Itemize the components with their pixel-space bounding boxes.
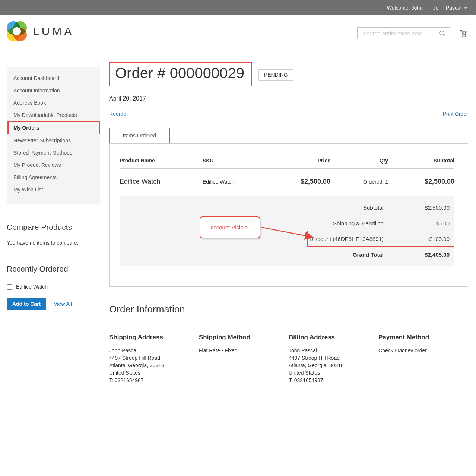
sidebar-item-account-information[interactable]: Account Information: [7, 85, 100, 97]
totals-row-subtotal: Subtotal $2,500.00: [120, 200, 450, 215]
shipping-method-value: Flat Rate - Fixed: [199, 347, 289, 354]
shipping-method-title: Shipping Method: [199, 334, 289, 341]
item-sku: Edifice Watch: [203, 178, 277, 185]
shipping-address-block: Shipping Address John Pascal 4497 Stroop…: [109, 334, 199, 384]
sidebar-item-newsletter-subscriptions[interactable]: Newsletter Subscriptions: [7, 134, 100, 147]
subtotal-value: $2,500.00: [384, 204, 450, 211]
totals-row-discount: Discount (46DP8HE13A8891) -$100.00: [120, 231, 450, 247]
cart-icon[interactable]: [458, 29, 468, 38]
add-to-cart-button[interactable]: Add to Cart: [7, 298, 46, 310]
shipping-address-title: Shipping Address: [109, 334, 199, 341]
discount-visible-callout: Discount Visible.: [200, 216, 260, 238]
left-column: Account Dashboard Account Information Ad…: [7, 67, 100, 310]
col-product-name: Product Name: [120, 158, 203, 164]
recently-ordered-title: Recently Ordered: [7, 264, 100, 273]
search-icon[interactable]: [439, 30, 446, 37]
recently-ordered-item-label: Edifice Watch: [16, 284, 48, 290]
order-totals: Discount Visible. Subtotal $2,500.00 Shi…: [120, 196, 454, 266]
reorder-link[interactable]: Reorder: [109, 111, 128, 117]
order-information-title: Order Information: [109, 304, 468, 321]
billing-city: Atlanta, Georgia, 30318: [289, 362, 378, 369]
totals-row-shipping: Shipping & Handling $5.00: [120, 215, 450, 231]
order-title-annotation-box: Order # 000000029: [109, 62, 252, 86]
order-information-section: Order Information Shipping Address John …: [109, 304, 468, 384]
account-navigation: Account Dashboard Account Information Ad…: [7, 67, 100, 204]
order-status-badge: PENDING: [258, 69, 293, 81]
billing-address-block: Billing Address John Pascal 4497 Stroop …: [289, 334, 378, 384]
shipping-phone: T: 0321654987: [109, 377, 199, 384]
print-order-link[interactable]: Print Order: [443, 111, 468, 117]
shipping-value: $5.00: [384, 220, 450, 226]
grand-total-label: Grand Total: [120, 251, 384, 258]
shipping-country: United States: [109, 369, 199, 377]
shipping-method-block: Shipping Method Flat Rate - Fixed: [199, 334, 289, 384]
page-header: LUMA: [0, 15, 476, 62]
order-date: April 20, 2017: [109, 95, 468, 102]
chevron-down-icon: [464, 6, 468, 9]
main-column: Order # 000000029 PENDING April 20, 2017…: [109, 62, 468, 384]
view-all-link[interactable]: View All: [54, 301, 72, 307]
sidebar-item-account-dashboard[interactable]: Account Dashboard: [7, 72, 100, 85]
luma-logo-icon: [7, 21, 27, 41]
page-title: Order # 000000029: [115, 65, 244, 82]
sidebar-item-my-product-reviews[interactable]: My Product Reviews: [7, 159, 100, 171]
sidebar-item-stored-payment-methods[interactable]: Stored Payment Methods: [7, 147, 100, 159]
sidebar-item-address-book[interactable]: Address Book: [7, 97, 100, 109]
subtotal-label: Subtotal: [120, 204, 384, 211]
account-menu-label: John Pascal: [433, 5, 461, 11]
shipping-name: John Pascal: [109, 347, 199, 354]
luma-logo[interactable]: LUMA: [7, 21, 74, 41]
search-box[interactable]: [357, 27, 450, 39]
sidebar-item-billing-agreements[interactable]: Billing Agreements: [7, 171, 100, 184]
payment-method-value: Check / Money order: [378, 347, 468, 354]
col-sku: SKU: [203, 158, 277, 164]
compare-empty-message: You have no items to compare.: [7, 240, 100, 246]
item-qty: Ordered: 1: [330, 178, 388, 185]
payment-method-block: Payment Method Check / Money order: [378, 334, 468, 384]
search-input[interactable]: [362, 30, 439, 37]
billing-name: John Pascal: [289, 347, 378, 354]
billing-country: United States: [289, 369, 378, 377]
sidebar-item-my-wish-list[interactable]: My Wish List: [7, 184, 100, 196]
item-price: $2,500.00: [277, 178, 330, 185]
sidebar-item-my-downloadable-products[interactable]: My Downloadable Products: [7, 109, 100, 121]
billing-street: 4497 Stroop Hill Road: [289, 354, 378, 362]
welcome-message: Welcome, John !: [387, 5, 426, 11]
items-table-header: Product Name SKU Price Qty Subtotal: [120, 153, 454, 169]
item-subtotal: $2,500.00: [388, 178, 454, 185]
shipping-city: Atlanta, Georgia, 30318: [109, 362, 199, 369]
compare-products-title: Compare Products: [7, 223, 100, 232]
order-items-box: Product Name SKU Price Qty Subtotal Edif…: [109, 143, 468, 287]
recently-ordered-item: Edifice Watch: [7, 284, 100, 290]
logo-text: LUMA: [33, 25, 74, 38]
top-bar: Welcome, John ! John Pascal: [0, 0, 476, 15]
table-row: Edifice Watch Edifice Watch $2,500.00 Or…: [120, 169, 454, 196]
discount-value: -$100.00: [384, 236, 450, 242]
col-subtotal: Subtotal: [388, 158, 454, 164]
sidebar-item-my-orders[interactable]: My Orders: [8, 121, 100, 134]
col-price: Price: [277, 158, 330, 164]
discount-visible-callout-text: Discount Visible.: [208, 224, 250, 231]
recently-ordered-checkbox[interactable]: [7, 284, 12, 290]
totals-row-grand-total: Grand Total $2,405.00: [120, 247, 450, 262]
grand-total-value: $2,405.00: [384, 251, 450, 258]
col-qty: Qty: [330, 158, 388, 164]
account-menu[interactable]: John Pascal: [433, 5, 468, 11]
items-ordered-tab-label: Items Ordered: [123, 133, 156, 139]
item-product-name: Edifice Watch: [120, 178, 203, 185]
items-ordered-tab[interactable]: Items Ordered: [109, 128, 170, 143]
billing-address-title: Billing Address: [289, 334, 378, 341]
payment-method-title: Payment Method: [378, 334, 468, 341]
shipping-street: 4497 Stroop Hill Road: [109, 354, 199, 362]
billing-phone: T: 0321654987: [289, 377, 378, 384]
